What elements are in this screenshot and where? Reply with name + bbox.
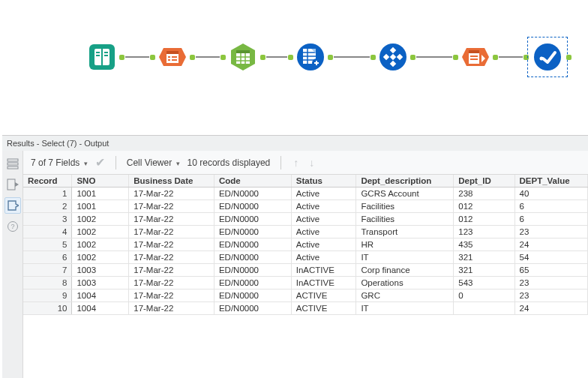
cell-status: Active bbox=[291, 251, 356, 264]
cell-status: Active bbox=[291, 188, 356, 200]
caret-down-icon: ▾ bbox=[84, 160, 88, 167]
cell-desc: HR bbox=[356, 238, 454, 251]
cell-sno: 1001 bbox=[72, 188, 129, 200]
table-row[interactable]: 8100317-Mar-22ED/N0000InACTIVEOperations… bbox=[23, 277, 588, 290]
wf-node-output[interactable] bbox=[459, 40, 492, 74]
workflow-canvas[interactable] bbox=[0, 0, 588, 135]
cell-dept-value: 6 bbox=[514, 200, 588, 213]
rail-btn-messages[interactable] bbox=[4, 155, 21, 172]
toolbar-separator bbox=[280, 156, 281, 170]
table-row[interactable]: 9100417-Mar-22ED/N0000ACTIVEGRC023 bbox=[23, 290, 588, 302]
table-row[interactable]: 3100217-Mar-22ED/N0000ActiveFacilities01… bbox=[23, 213, 588, 226]
cell-dept-value: 54 bbox=[514, 251, 588, 264]
col-code[interactable]: Code bbox=[214, 175, 291, 188]
table-row[interactable]: 1100117-Mar-22ED/N0000ActiveGCRS Account… bbox=[23, 188, 588, 200]
table-row[interactable]: 10100417-Mar-22ED/N0000ACTIVEIT24 bbox=[23, 302, 588, 315]
cell-date: 17-Mar-22 bbox=[129, 277, 214, 290]
cell-dept-id: 238 bbox=[454, 188, 514, 200]
cell-sno: 1002 bbox=[72, 238, 129, 251]
cell-code: ED/N0000 bbox=[214, 277, 291, 290]
wf-output-port[interactable] bbox=[566, 55, 572, 60]
results-title: Results - Select (7) - Output bbox=[2, 136, 588, 152]
cell-viewer-dropdown[interactable]: Cell Viewer ▾ bbox=[127, 158, 180, 168]
rail-btn-cell[interactable] bbox=[4, 176, 21, 193]
wf-node-select[interactable] bbox=[156, 40, 189, 74]
wf-node-input[interactable] bbox=[86, 40, 118, 74]
cell-status: Active bbox=[291, 213, 356, 226]
cell-record: 3 bbox=[23, 213, 72, 226]
svg-text:?: ? bbox=[10, 223, 14, 230]
svg-rect-48 bbox=[8, 179, 15, 190]
table-header-row: Record SNO Business Date Code Status Dep… bbox=[23, 175, 588, 188]
results-table-wrap[interactable]: Record SNO Business Date Code Status Dep… bbox=[23, 175, 588, 378]
cell-dept-value: 24 bbox=[514, 302, 588, 315]
cell-record: 1 bbox=[23, 188, 72, 200]
cell-record: 2 bbox=[23, 200, 72, 213]
cell-desc: IT bbox=[356, 251, 454, 264]
wf-node-browse[interactable] bbox=[531, 40, 564, 74]
col-status[interactable]: Status bbox=[291, 175, 356, 188]
cell-date: 17-Mar-22 bbox=[129, 200, 214, 213]
toolbar-separator bbox=[116, 156, 116, 170]
results-panel: Results - Select (7) - Output ? 7 of 7 F… bbox=[2, 135, 588, 378]
cell-date: 17-Mar-22 bbox=[129, 264, 214, 277]
arrow-up-icon[interactable]: ↑ bbox=[292, 157, 300, 169]
cell-status: ACTIVE bbox=[291, 290, 356, 302]
col-dept-id[interactable]: Dept_ID bbox=[454, 175, 514, 188]
wf-node-tile[interactable] bbox=[376, 40, 410, 74]
cell-status: InACTIVE bbox=[291, 264, 356, 277]
arrow-down-icon[interactable]: ↓ bbox=[308, 157, 316, 169]
workflow-row bbox=[86, 39, 572, 75]
svg-rect-3 bbox=[96, 52, 100, 53]
svg-rect-9 bbox=[166, 51, 178, 54]
rail-btn-data[interactable] bbox=[4, 197, 21, 214]
svg-rect-39 bbox=[469, 50, 479, 53]
cell-sno: 1004 bbox=[72, 302, 129, 315]
table-row[interactable]: 7100317-Mar-22ED/N0000InACTIVECorp finan… bbox=[23, 264, 588, 277]
col-record[interactable]: Record bbox=[23, 175, 72, 188]
cell-desc: Corp finance bbox=[356, 264, 454, 277]
cell-date: 17-Mar-22 bbox=[129, 251, 214, 264]
svg-rect-11 bbox=[172, 56, 177, 58]
wf-node-formula[interactable] bbox=[226, 40, 260, 74]
cell-date: 17-Mar-22 bbox=[129, 290, 214, 302]
caret-down-icon: ▾ bbox=[176, 160, 180, 167]
svg-rect-13 bbox=[172, 59, 177, 61]
cell-record: 6 bbox=[23, 251, 72, 264]
cell-desc: Operations bbox=[356, 277, 454, 290]
col-dept-value[interactable]: DEPT_Value bbox=[514, 175, 588, 188]
cell-sno: 1004 bbox=[72, 290, 129, 302]
col-sno[interactable]: SNO bbox=[72, 175, 129, 188]
wf-node-multirow[interactable] bbox=[294, 40, 327, 74]
cell-dept-value: 24 bbox=[514, 238, 588, 251]
svg-marker-49 bbox=[15, 182, 19, 187]
cell-date: 17-Mar-22 bbox=[129, 226, 214, 238]
cell-dept-id bbox=[454, 302, 514, 315]
svg-rect-6 bbox=[104, 55, 108, 56]
svg-rect-2 bbox=[101, 49, 103, 65]
cell-sno: 1002 bbox=[72, 226, 129, 238]
fields-dropdown[interactable]: 7 of 7 Fields ▾ bbox=[31, 158, 88, 168]
table-row[interactable]: 5100217-Mar-22ED/N0000ActiveHR43524 bbox=[23, 238, 588, 251]
table-row[interactable]: 2100117-Mar-22ED/N0000ActiveFacilities01… bbox=[23, 200, 588, 213]
svg-rect-41 bbox=[470, 58, 478, 60]
cell-dept-value: 23 bbox=[514, 290, 588, 302]
table-row[interactable]: 6100217-Mar-22ED/N0000ActiveIT32154 bbox=[23, 251, 588, 264]
rail-btn-help[interactable]: ? bbox=[4, 218, 21, 235]
check-icon[interactable]: ✔ bbox=[95, 155, 105, 170]
fields-label: 7 of 7 Fields bbox=[31, 158, 80, 168]
cell-desc: Facilities bbox=[356, 200, 454, 213]
cell-code: ED/N0000 bbox=[214, 251, 291, 264]
col-business-date[interactable]: Business Date bbox=[129, 175, 214, 188]
table-row[interactable]: 4100217-Mar-22ED/N0000ActiveTransport123… bbox=[23, 226, 588, 238]
cell-dept-value: 23 bbox=[514, 226, 588, 238]
cell-sno: 1003 bbox=[72, 277, 129, 290]
cell-code: ED/N0000 bbox=[214, 213, 291, 226]
cell-date: 17-Mar-22 bbox=[129, 213, 214, 226]
cell-record: 4 bbox=[23, 226, 72, 238]
cell-desc: GCRS Account bbox=[356, 188, 454, 200]
cell-dept-id: 543 bbox=[454, 277, 514, 290]
col-dept-description[interactable]: Dept_description bbox=[356, 175, 454, 188]
cell-date: 17-Mar-22 bbox=[129, 188, 214, 200]
cell-dept-value: 65 bbox=[514, 264, 588, 277]
